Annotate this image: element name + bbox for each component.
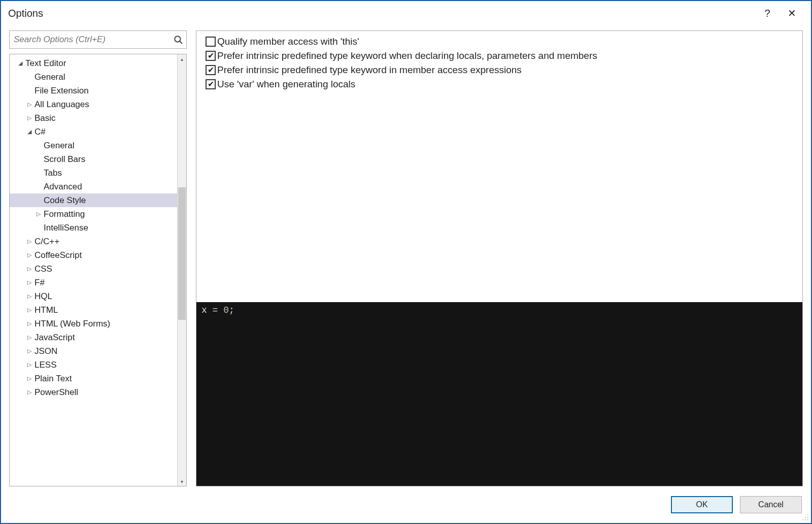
tree-item[interactable]: IntelliSense <box>10 221 177 235</box>
close-button[interactable]: ✕ <box>780 3 804 23</box>
tree-item[interactable]: ▷JavaScript <box>10 331 177 344</box>
help-button[interactable]: ? <box>755 3 780 23</box>
checkbox[interactable]: ✔ <box>206 51 216 61</box>
scroll-track[interactable] <box>178 63 186 477</box>
option-row: Qualify member access with 'this' <box>206 36 793 47</box>
option-label: Use 'var' when generating locals <box>217 79 355 90</box>
tree-item-label: HTML (Web Forms) <box>35 319 110 329</box>
settings-panel: Qualify member access with 'this'✔Prefer… <box>196 30 803 486</box>
checkbox[interactable]: ✔ <box>206 65 216 75</box>
tree-item-label: Basic <box>35 113 56 123</box>
tree-toggle-collapsed-icon[interactable]: ▷ <box>26 279 33 286</box>
tree-item-label: CoffeeScript <box>35 250 82 260</box>
tree-toggle-collapsed-icon[interactable]: ▷ <box>26 115 33 121</box>
tree-item[interactable]: ▷Plain Text <box>10 372 177 385</box>
tree-item-label: Plain Text <box>35 374 72 384</box>
checkbox[interactable] <box>206 37 216 47</box>
tree-item[interactable]: ▷C/C++ <box>10 235 177 248</box>
tree-item[interactable]: Scroll Bars <box>10 152 177 166</box>
resize-grip-icon[interactable] <box>802 514 809 521</box>
option-label: Prefer intrinsic predefined type keyword… <box>217 50 597 61</box>
tree-item[interactable]: ▷HQL <box>10 289 177 303</box>
scroll-thumb[interactable] <box>178 187 186 319</box>
tree-item-label: CSS <box>35 264 52 274</box>
tree-item[interactable]: General <box>10 139 177 152</box>
tree-toggle-collapsed-icon[interactable]: ▷ <box>26 334 33 341</box>
svg-point-5 <box>802 519 803 520</box>
content-area: ◢Text EditorGeneralFile Extension▷All La… <box>1 25 811 486</box>
tree-item[interactable]: ▷CSS <box>10 262 177 276</box>
tree-item[interactable]: Tabs <box>10 166 177 180</box>
tree-toggle-collapsed-icon[interactable]: ▷ <box>26 320 33 327</box>
tree-item-label: Advanced <box>44 182 82 192</box>
tree-item-label: C/C++ <box>35 237 59 247</box>
tree-item-label: General <box>44 141 74 151</box>
tree-toggle-collapsed-icon[interactable]: ▷ <box>26 307 33 313</box>
tree-toggle-collapsed-icon[interactable]: ▷ <box>26 293 33 300</box>
option-label: Qualify member access with 'this' <box>217 36 359 47</box>
tree-item[interactable]: ▷HTML (Web Forms) <box>10 317 177 331</box>
tree-toggle-collapsed-icon[interactable]: ▷ <box>26 266 33 272</box>
tree-item-label: LESS <box>35 360 56 370</box>
left-column: ◢Text EditorGeneralFile Extension▷All La… <box>9 30 187 486</box>
tree-item-label: HQL <box>35 291 52 302</box>
svg-point-4 <box>807 517 808 518</box>
dialog-footer: OK Cancel <box>1 486 811 523</box>
tree-toggle-expanded-icon[interactable]: ◢ <box>26 128 33 135</box>
tree-toggle-collapsed-icon[interactable]: ▷ <box>26 238 33 245</box>
tree-item[interactable]: Code Style <box>10 193 177 207</box>
close-icon: ✕ <box>788 7 796 19</box>
tree-toggle-collapsed-icon[interactable]: ▷ <box>26 348 33 354</box>
tree-viewport[interactable]: ◢Text EditorGeneralFile Extension▷All La… <box>10 54 177 486</box>
tree-item[interactable]: Advanced <box>10 180 177 193</box>
tree-item[interactable]: ◢C# <box>10 125 177 139</box>
tree-item[interactable]: ▷PowerShell <box>10 385 177 399</box>
tree-item-label: Tabs <box>44 168 62 178</box>
option-row: ✔Prefer intrinsic predefined type keywor… <box>206 50 793 61</box>
tree-item-label: HTML <box>35 305 58 315</box>
cancel-button[interactable]: Cancel <box>740 496 802 513</box>
tree-item[interactable]: ▷LESS <box>10 358 177 372</box>
scroll-down-icon[interactable]: ▾ <box>178 477 186 486</box>
tree-item-label: F# <box>35 278 45 288</box>
tree-item-label: PowerShell <box>35 387 78 398</box>
tree-item[interactable]: ▷F# <box>10 276 177 289</box>
tree-item-label: JavaScript <box>35 333 75 343</box>
tree-item[interactable]: ▷Basic <box>10 111 177 125</box>
tree-item-label: Scroll Bars <box>44 154 85 165</box>
search-container <box>9 30 187 49</box>
tree-item[interactable]: File Extension <box>10 84 177 97</box>
search-input[interactable] <box>9 30 187 49</box>
tree-scrollbar[interactable]: ▴ ▾ <box>177 54 186 486</box>
tree-item[interactable]: ▷HTML <box>10 303 177 317</box>
svg-point-3 <box>805 517 806 518</box>
tree-item[interactable]: ▷JSON <box>10 344 177 358</box>
tree-toggle-collapsed-icon[interactable]: ▷ <box>26 362 33 368</box>
tree-toggle-collapsed-icon[interactable]: ▷ <box>26 389 33 396</box>
option-row: ✔Use 'var' when generating locals <box>206 79 793 90</box>
tree-item[interactable]: ◢Text Editor <box>10 56 177 70</box>
tree-item[interactable]: ▷Formatting <box>10 207 177 221</box>
option-label: Prefer intrinsic predefined type keyword… <box>217 64 522 76</box>
tree-toggle-collapsed-icon[interactable]: ▷ <box>26 375 33 382</box>
ok-button[interactable]: OK <box>671 496 733 513</box>
tree-toggle-collapsed-icon[interactable]: ▷ <box>35 211 42 217</box>
tree-toggle-expanded-icon[interactable]: ◢ <box>17 60 24 67</box>
category-tree: ◢Text EditorGeneralFile Extension▷All La… <box>9 54 187 486</box>
tree-toggle-collapsed-icon[interactable]: ▷ <box>26 101 33 108</box>
code-text-suffix: ; <box>229 305 234 315</box>
code-text-prefix: x = <box>201 305 223 315</box>
tree-item-label: Formatting <box>44 209 85 219</box>
svg-point-7 <box>807 519 808 520</box>
tree-item-label: Text Editor <box>25 58 66 69</box>
tree-item[interactable]: ▷All Languages <box>10 97 177 111</box>
code-preview: x = 0; <box>196 302 802 486</box>
checkbox[interactable]: ✔ <box>206 79 216 89</box>
scroll-up-icon[interactable]: ▴ <box>178 54 186 63</box>
checkbox-group: Qualify member access with 'this'✔Prefer… <box>196 31 802 98</box>
tree-toggle-collapsed-icon[interactable]: ▷ <box>26 252 33 258</box>
tree-item[interactable]: General <box>10 70 177 84</box>
tree-item[interactable]: ▷CoffeeScript <box>10 248 177 262</box>
titlebar: Options ? ✕ <box>1 1 811 25</box>
tree-item-label: JSON <box>35 346 57 356</box>
